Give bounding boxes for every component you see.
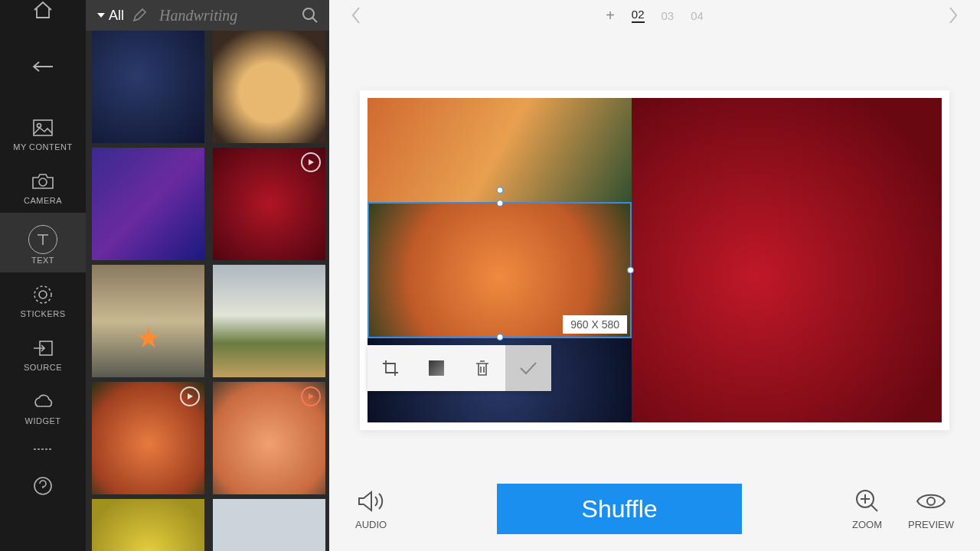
search-button[interactable] <box>302 7 318 24</box>
back-button[interactable] <box>0 28 86 106</box>
home-icon <box>31 0 54 20</box>
audio-button[interactable]: AUDIO <box>355 488 387 530</box>
my-content-button[interactable]: MY CONTENT <box>0 106 86 159</box>
thumbnail[interactable] <box>213 31 325 143</box>
thumbnail[interactable] <box>92 148 204 260</box>
next-page-button[interactable] <box>948 6 959 24</box>
video-badge-icon <box>180 386 200 406</box>
svg-rect-0 <box>34 120 52 135</box>
zoom-icon <box>854 488 880 514</box>
gallery-panel: All Handwriting <box>86 0 329 551</box>
filter-all[interactable]: All <box>96 8 124 24</box>
stickers-button[interactable]: STICKERS <box>0 272 86 326</box>
selection-toolbar <box>368 345 551 391</box>
bottom-bar: AUDIO Shuffle ZOOM PREVIEW <box>329 474 980 551</box>
thumbnail[interactable] <box>92 499 204 551</box>
preview-label: PREVIEW <box>908 519 954 530</box>
thumbnail[interactable] <box>92 265 204 377</box>
svg-point-1 <box>38 124 41 128</box>
camera-icon <box>31 171 54 191</box>
thumbnail[interactable] <box>92 382 204 494</box>
gallery-search-term: Handwriting <box>159 7 294 24</box>
help-icon <box>31 476 54 496</box>
canvas-board[interactable]: 960 X 580 <box>329 31 980 474</box>
more-button[interactable] <box>0 433 86 465</box>
svg-point-7 <box>303 8 314 19</box>
camera-label: CAMERA <box>24 196 62 205</box>
collage-image[interactable] <box>368 98 632 202</box>
text-button[interactable]: TEXT <box>0 213 86 272</box>
shuffle-label: Shuffle <box>582 495 658 523</box>
crop-button[interactable] <box>368 345 413 391</box>
page-03[interactable]: 03 <box>662 9 675 22</box>
text-label: TEXT <box>31 256 54 265</box>
thumbnail[interactable] <box>92 31 204 143</box>
home-button[interactable] <box>0 0 86 28</box>
edit-icon[interactable] <box>132 8 147 23</box>
page-navigator: + 02 03 04 <box>329 0 980 31</box>
shuffle-button[interactable]: Shuffle <box>497 484 742 534</box>
selection-dimensions: 960 X 580 <box>563 315 627 334</box>
stickers-icon <box>31 285 54 305</box>
stickers-label: STICKERS <box>20 309 65 318</box>
preview-button[interactable]: PREVIEW <box>908 488 954 530</box>
audio-label: AUDIO <box>355 519 387 530</box>
page-02[interactable]: 02 <box>632 8 645 23</box>
zoom-button[interactable]: ZOOM <box>852 488 882 530</box>
thumbnail[interactable] <box>213 382 325 494</box>
delete-button[interactable] <box>459 345 505 391</box>
collage-image[interactable] <box>632 98 942 422</box>
dashed-icon <box>31 439 54 459</box>
chevron-down-icon <box>96 11 106 20</box>
my-content-label: MY CONTENT <box>13 142 73 152</box>
confirm-button[interactable] <box>505 345 551 391</box>
canvas-area: + 02 03 04 960 X 580 <box>329 0 980 551</box>
svg-point-3 <box>34 286 51 303</box>
prev-page-button[interactable] <box>351 6 361 24</box>
svg-point-4 <box>39 291 47 298</box>
back-arrow-icon <box>31 57 54 77</box>
source-button[interactable]: SOURCE <box>0 326 86 380</box>
image-icon <box>31 118 54 138</box>
widget-label: WIDGET <box>25 416 61 425</box>
left-rail: MY CONTENT CAMERA TEXT STICKERS SOURCE W… <box>0 0 86 551</box>
fill-button[interactable] <box>413 345 459 391</box>
help-button[interactable] <box>0 465 86 504</box>
thumbnail[interactable] <box>213 148 325 260</box>
thumbnail[interactable] <box>213 499 325 551</box>
video-badge-icon <box>301 152 321 172</box>
widget-button[interactable]: WIDGET <box>0 380 86 433</box>
preview-icon <box>916 488 946 514</box>
source-icon <box>31 338 54 358</box>
svg-point-2 <box>39 178 47 186</box>
thumbnail-grid[interactable] <box>86 31 329 551</box>
svg-point-9 <box>927 497 935 505</box>
add-page-button[interactable]: + <box>606 7 615 24</box>
source-label: SOURCE <box>24 363 62 372</box>
audio-icon <box>356 488 387 514</box>
cloud-icon <box>31 392 54 412</box>
video-badge-icon <box>301 386 321 406</box>
page-04[interactable]: 04 <box>691 9 704 22</box>
text-icon <box>28 225 57 254</box>
zoom-label: ZOOM <box>852 519 882 530</box>
filter-all-label: All <box>109 8 124 24</box>
camera-button[interactable]: CAMERA <box>0 159 86 213</box>
collage-frame: 960 X 580 <box>360 90 949 430</box>
gallery-header: All Handwriting <box>86 0 329 31</box>
collage-image-selected[interactable]: 960 X 580 <box>368 202 632 338</box>
thumbnail[interactable] <box>213 265 325 377</box>
